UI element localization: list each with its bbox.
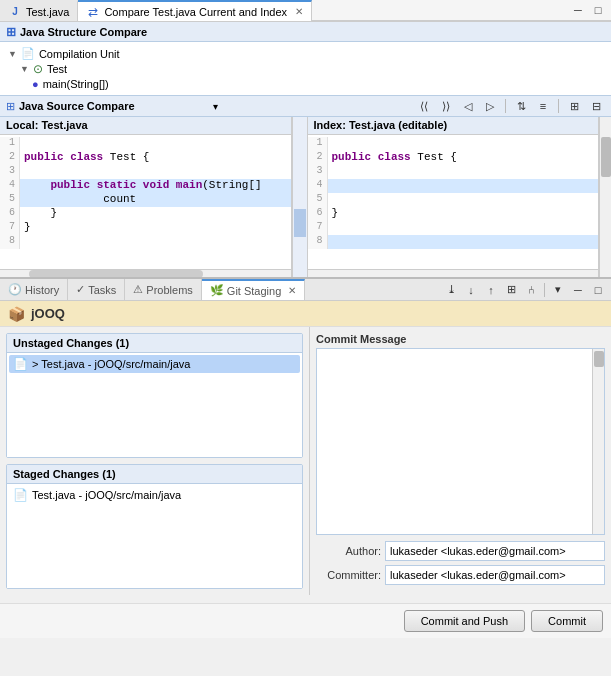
staged-change-item-0[interactable]: 📄 Test.java - jOOQ/src/main/java	[9, 486, 300, 504]
structure-icon: ⊞	[6, 25, 16, 39]
git-minimize-btn[interactable]: ─	[569, 281, 587, 299]
author-row: Author:	[316, 541, 605, 561]
compilation-unit-icon: 📄	[21, 47, 35, 60]
java-file-icon: J	[8, 5, 22, 19]
git-push-btn[interactable]: ↑	[482, 281, 500, 299]
commit-button[interactable]: Commit	[531, 610, 603, 632]
index-line-3: 3	[308, 165, 599, 179]
history-icon: 🕐	[8, 283, 22, 296]
git-maximize-btn[interactable]: □	[589, 281, 607, 299]
tasks-icon: ✓	[76, 283, 85, 296]
maximize-btn[interactable]: □	[589, 1, 607, 19]
vertical-scrollbar[interactable]	[599, 117, 611, 277]
tab-test-java[interactable]: J Test.java	[0, 0, 78, 21]
tab-compare-label: Compare Test.java Current and Index	[104, 6, 287, 18]
compilation-unit-label: Compilation Unit	[39, 48, 120, 60]
next-change-btn[interactable]: ⟩⟩	[437, 97, 455, 115]
commit-message-wrapper	[316, 348, 605, 535]
index-line-7: 7	[308, 221, 599, 235]
dropdown-arrow-icon[interactable]: ▾	[213, 101, 218, 112]
git-fetch-btn[interactable]: ⤓	[442, 281, 460, 299]
app-window: J Test.java ⇄ Compare Test.java Current …	[0, 0, 611, 676]
tab-compare[interactable]: ⇄ Compare Test.java Current and Index ✕	[78, 0, 312, 21]
index-line-6: 6 }	[308, 207, 599, 221]
toolbar-sep-git	[544, 283, 545, 297]
unstaged-changes-header: Unstaged Changes (1)	[7, 334, 302, 353]
class-icon: ⊙	[33, 62, 43, 76]
author-input[interactable]	[385, 541, 605, 561]
local-line-3: 3	[0, 165, 291, 179]
local-line-6: 6 }	[0, 207, 291, 221]
committer-row: Committer:	[316, 565, 605, 585]
tab-git-staging[interactable]: 🌿 Git Staging ✕	[202, 279, 305, 300]
commit-and-push-button[interactable]: Commit and Push	[404, 610, 525, 632]
copy-right-btn[interactable]: ▷	[481, 97, 499, 115]
java-structure-title: Java Structure Compare	[20, 26, 147, 38]
index-line-2: 2 public class Test {	[308, 151, 599, 165]
git-pull-btn[interactable]: ↓	[462, 281, 480, 299]
copy-left-btn[interactable]: ◁	[459, 97, 477, 115]
repo-name: jOOQ	[31, 306, 65, 321]
structure-tree: ▼ 📄 Compilation Unit ▼ ⊙ Test ● main(Str…	[0, 42, 611, 95]
java-structure-header: ⊞ Java Structure Compare	[0, 22, 611, 42]
local-line-2: 2 public class Test {	[0, 151, 291, 165]
tree-compilation-unit[interactable]: ▼ 📄 Compilation Unit	[8, 46, 603, 61]
git-commit-column: Commit Message Author: Committ	[310, 327, 611, 595]
tab-tasks[interactable]: ✓ Tasks	[68, 279, 125, 300]
toolbar-separator-1	[505, 99, 506, 113]
prev-change-btn[interactable]: ⟨⟨	[415, 97, 433, 115]
local-code-pane: Local: Test.java 1 2 public class Test {…	[0, 117, 292, 277]
staged-changes-list[interactable]: 📄 Test.java - jOOQ/src/main/java	[7, 484, 302, 588]
bottom-tab-bar: 🕐 History ✓ Tasks ⚠ Problems 🌿 Git Stagi…	[0, 279, 611, 301]
staged-changes-section: Staged Changes (1) 📄 Test.java - jOOQ/sr…	[6, 464, 303, 589]
source-compare-title: Java Source Compare	[19, 100, 209, 112]
index-code-content[interactable]: 1 2 public class Test { 3 4	[308, 135, 599, 269]
index-pane-header: Index: Test.java (editable)	[308, 117, 599, 135]
committer-label: Committer:	[316, 569, 381, 581]
tab-compare-close[interactable]: ✕	[295, 6, 303, 17]
unstaged-changes-section: Unstaged Changes (1) 📄 > Test.java - jOO…	[6, 333, 303, 458]
staged-item-label: Test.java - jOOQ/src/main/java	[32, 489, 181, 501]
tab-test-java-label: Test.java	[26, 6, 69, 18]
index-line-5: 5	[308, 193, 599, 207]
author-area: Author: Committer:	[316, 541, 605, 589]
tab-history[interactable]: 🕐 History	[0, 279, 68, 300]
local-horizontal-scrollbar[interactable]	[0, 269, 291, 277]
git-staging-content: 📦 jOOQ Unstaged Changes (1) 📄 > Test.jav…	[0, 301, 611, 638]
collapse-all-btn[interactable]: ⊟	[587, 97, 605, 115]
index-scrollbar-empty	[308, 270, 599, 277]
unstaged-change-item-0[interactable]: 📄 > Test.java - jOOQ/src/main/java	[9, 355, 300, 373]
repo-icon: 📦	[8, 306, 25, 322]
git-branch-btn[interactable]: ⑃	[522, 281, 540, 299]
code-compare-area: Local: Test.java 1 2 public class Test {…	[0, 117, 611, 277]
test-class-label: Test	[47, 63, 67, 75]
ignore-whitespace-btn[interactable]: ≡	[534, 97, 552, 115]
unstaged-item-label: > Test.java - jOOQ/src/main/java	[32, 358, 190, 370]
index-line-1: 1	[308, 137, 599, 151]
commit-message-input[interactable]	[317, 349, 592, 534]
problems-icon: ⚠	[133, 283, 143, 296]
staged-file-icon: 📄	[13, 488, 28, 502]
local-scrollbar-thumb[interactable]	[29, 270, 203, 277]
unstaged-changes-list[interactable]: 📄 > Test.java - jOOQ/src/main/java	[7, 353, 302, 457]
diff-connector-block	[294, 209, 306, 237]
tree-main-method[interactable]: ● main(String[])	[32, 77, 603, 91]
tab-git-staging-close[interactable]: ✕	[288, 285, 296, 296]
local-code-content[interactable]: 1 2 public class Test { 3 4	[0, 135, 291, 269]
local-line-5: 5 count	[0, 193, 291, 207]
commit-msg-scrollbar[interactable]	[592, 349, 604, 534]
sync-btn[interactable]: ⇅	[512, 97, 530, 115]
minimize-btn[interactable]: ─	[569, 1, 587, 19]
git-changes-column: Unstaged Changes (1) 📄 > Test.java - jOO…	[0, 327, 310, 595]
committer-input[interactable]	[385, 565, 605, 585]
expand-all-btn[interactable]: ⊞	[565, 97, 583, 115]
git-menu-btn[interactable]: ▾	[549, 281, 567, 299]
tab-problems[interactable]: ⚠ Problems	[125, 279, 201, 300]
bottom-panel: 🕐 History ✓ Tasks ⚠ Problems 🌿 Git Stagi…	[0, 279, 611, 676]
index-line-4: 4	[308, 179, 599, 193]
git-stash-btn[interactable]: ⊞	[502, 281, 520, 299]
index-horizontal-scrollbar[interactable]	[308, 269, 599, 277]
vertical-scroll-thumb[interactable]	[601, 137, 611, 177]
git-repo-header: 📦 jOOQ	[0, 301, 611, 327]
tree-test-class[interactable]: ▼ ⊙ Test	[20, 61, 603, 77]
